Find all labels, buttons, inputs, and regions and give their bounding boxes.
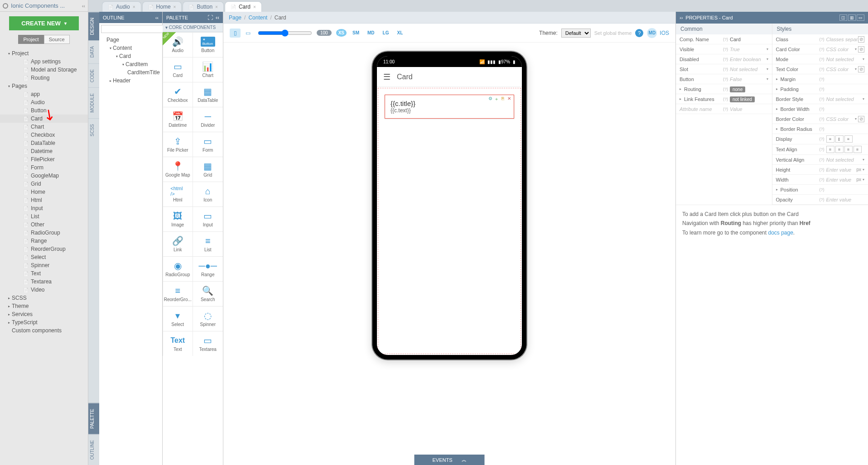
expand-icon[interactable]: ▸ xyxy=(680,97,684,101)
tree-node-pages[interactable]: ▾Pages xyxy=(0,82,88,90)
create-new-button[interactable]: CREATE NEW ▾ xyxy=(9,16,79,30)
palette-item-divider[interactable]: ─Divider xyxy=(193,107,223,132)
prop-input[interactable] xyxy=(826,37,858,42)
project-tab-button[interactable]: Project xyxy=(18,35,43,44)
bp-sm[interactable]: SM xyxy=(350,29,362,37)
properties-collapse-icon[interactable]: ›› xyxy=(680,15,683,20)
help-icon[interactable]: (?) xyxy=(820,77,825,81)
platform-ios-link[interactable]: IOS xyxy=(660,30,669,36)
clear-icon[interactable]: ⊘ xyxy=(858,36,864,43)
tree-node-filepicker[interactable]: FilePicker xyxy=(0,155,88,163)
prop-input[interactable] xyxy=(826,47,855,52)
tree-node-typescript[interactable]: ▸TypeScript xyxy=(0,318,88,326)
prop-badge[interactable]: not linked xyxy=(730,96,755,102)
clear-icon[interactable]: ⊘ xyxy=(858,46,864,53)
help-icon[interactable]: (?) xyxy=(723,67,728,72)
palette-item-form[interactable]: ▭Form xyxy=(193,132,223,157)
tree-node-reordergroup[interactable]: ReorderGroup xyxy=(0,245,88,253)
expand-icon[interactable]: ▸ xyxy=(776,77,781,81)
prop-input[interactable] xyxy=(730,47,767,52)
dropdown-icon[interactable]: ▾ xyxy=(863,158,864,162)
hamburger-icon[interactable]: ☰ xyxy=(383,72,391,82)
palette-item-reordergro-[interactable]: ≡ReorderGro... xyxy=(163,281,193,307)
dropdown-icon[interactable]: ▾ xyxy=(855,117,857,121)
side-tab-outline[interactable]: OUTLINE xyxy=(88,434,99,465)
tab-home[interactable]: Home× xyxy=(142,1,182,12)
layout-cols-icon[interactable]: ▥ xyxy=(848,14,856,21)
tree-node-chart[interactable]: Chart xyxy=(0,123,88,131)
side-tab-data[interactable]: DATA xyxy=(88,40,99,63)
tab-audio[interactable]: Audio× xyxy=(102,1,141,12)
breadcrumb-page[interactable]: Page xyxy=(229,14,241,21)
palette-item-google-map[interactable]: 📍Google Map xyxy=(163,157,193,182)
help-icon[interactable]: (?) xyxy=(723,107,728,111)
dropdown-icon[interactable]: ▾ xyxy=(855,47,857,51)
card-add-icon[interactable]: ＋ xyxy=(494,96,499,102)
help-icon[interactable]: (?) xyxy=(820,117,825,121)
tree-node-textarea[interactable]: Textarea xyxy=(0,278,88,286)
prop-input[interactable] xyxy=(730,57,767,62)
tree-node-text[interactable]: Text xyxy=(0,269,88,278)
tree-node-range[interactable]: Range xyxy=(0,237,88,245)
help-icon[interactable]: (?) xyxy=(820,47,825,52)
card-component[interactable]: ⚙ ＋ ⎘ ✕ {{c.title}} {{c.text}} xyxy=(385,95,514,119)
tree-node-theme[interactable]: ▸Theme xyxy=(0,302,88,310)
tree-node-form[interactable]: Form xyxy=(0,163,88,172)
tab-close-icon[interactable]: × xyxy=(215,5,218,10)
help-icon[interactable]: (?) xyxy=(820,37,825,42)
source-tab-button[interactable]: Source xyxy=(44,35,70,44)
bp-md[interactable]: MD xyxy=(365,29,377,37)
device-phone-icon[interactable]: ▯ xyxy=(230,29,241,38)
help-icon[interactable]: (?) xyxy=(820,197,825,202)
layout-split-icon[interactable]: ◫ xyxy=(839,14,847,21)
palette-item-audio[interactable]: 🔊Audio xyxy=(163,32,193,58)
expand-icon[interactable]: ▸ xyxy=(680,87,684,91)
help-icon[interactable]: (?) xyxy=(820,158,825,162)
align-right-icon[interactable]: ≡ xyxy=(844,135,853,143)
breadcrumb-content[interactable]: Content xyxy=(248,14,267,21)
help-icon[interactable]: (?) xyxy=(820,107,825,111)
help-icon[interactable]: (?) xyxy=(820,168,825,172)
tree-node-home[interactable]: Home xyxy=(0,188,88,196)
palette-item-select[interactable]: ▾Select xyxy=(163,306,193,331)
tree-node-checkbox[interactable]: Checkbox xyxy=(0,131,88,139)
help-icon[interactable]: (?) xyxy=(820,57,825,62)
docs-link[interactable]: docs page xyxy=(768,230,793,236)
side-tab-design[interactable]: DESIGN xyxy=(88,12,99,40)
prop-input[interactable] xyxy=(730,77,767,82)
align-center-icon[interactable]: ⫿ xyxy=(835,135,844,143)
outline-card[interactable]: ▾Card xyxy=(99,52,162,60)
theme-select[interactable]: Default xyxy=(561,29,591,38)
tree-node-googlemap[interactable]: GoogleMap xyxy=(0,172,88,180)
text-justify-icon[interactable]: ≡ xyxy=(854,146,862,153)
tab-close-icon[interactable]: × xyxy=(133,5,135,10)
tab-card[interactable]: Card× xyxy=(225,1,262,12)
prop-input[interactable] xyxy=(826,157,863,163)
dropdown-icon[interactable]: ▾ xyxy=(767,67,768,71)
outline-content[interactable]: ▾Content xyxy=(99,44,162,52)
tree-node-datetime[interactable]: Datetime xyxy=(0,147,88,155)
palette-item-spinner[interactable]: ◌Spinner xyxy=(193,306,223,331)
zoom-slider[interactable] xyxy=(258,29,312,37)
outline-carditem[interactable]: ▾CardItem xyxy=(99,60,162,68)
help-icon[interactable]: (?) xyxy=(820,137,825,141)
card-item-text[interactable]: {{c.text}} xyxy=(391,107,508,114)
tab-close-icon[interactable]: × xyxy=(253,5,256,10)
palette-item-image[interactable]: 🖼Image xyxy=(163,206,193,232)
prop-input[interactable] xyxy=(730,37,768,42)
palette-item-html[interactable]: <html />Html xyxy=(163,182,193,207)
prop-input[interactable] xyxy=(826,177,857,182)
prop-input[interactable] xyxy=(826,96,863,102)
outline-page[interactable]: Page xyxy=(99,36,162,44)
palette-item-checkbox[interactable]: ✔Checkbox xyxy=(163,82,193,107)
outline-search-input[interactable] xyxy=(101,25,168,33)
tree-node-spinner[interactable]: Spinner xyxy=(0,261,88,269)
clear-icon[interactable]: ⊘ xyxy=(858,66,864,72)
tree-node-project[interactable]: ▾Project xyxy=(0,49,88,58)
help-icon[interactable]: (?) xyxy=(723,57,728,62)
prop-badge[interactable]: none xyxy=(730,86,745,92)
help-icon[interactable]: (?) xyxy=(723,77,728,81)
card-copy-icon[interactable]: ⎘ xyxy=(500,96,506,102)
palette-item-button[interactable]: ✦ ButtonButton xyxy=(193,32,223,58)
collapse-left-icon[interactable]: ‹‹ xyxy=(82,3,85,9)
